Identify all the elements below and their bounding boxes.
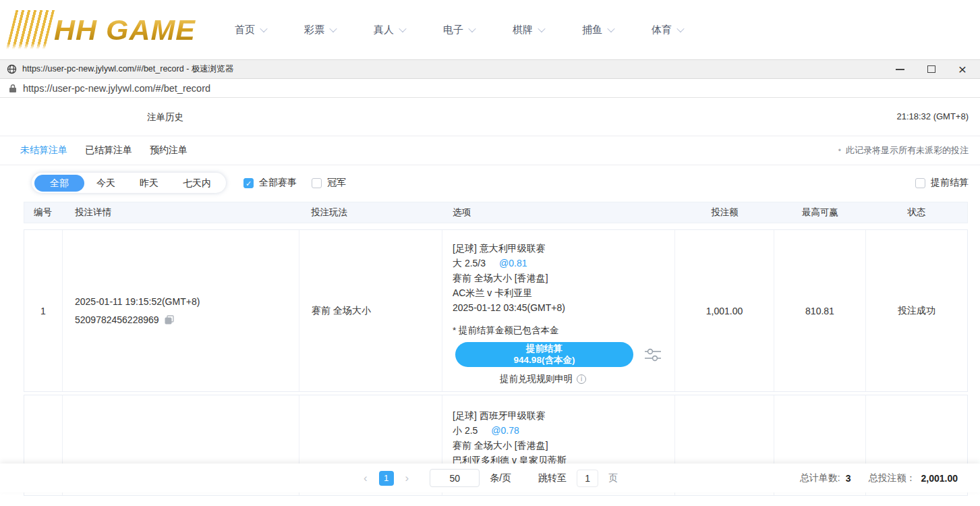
- server-clock: 21:18:32 (GMT+8): [896, 111, 969, 121]
- unsettled-note: •此记录将显示所有未派彩的投注: [838, 144, 969, 157]
- site-logo[interactable]: HH GAME: [11, 10, 196, 49]
- champion-label: 冠军: [327, 177, 346, 189]
- table-header: 编号 投注详情 投注玩法 选项 投注额 最高可赢 状态: [24, 202, 968, 223]
- tabs-row: 未结算注单 已结算注单 预约注单 •此记录将显示所有未派彩的投注: [0, 136, 980, 165]
- market: 赛前 全场大小 [香港盘]: [453, 438, 548, 453]
- early-settle-checkbox[interactable]: [915, 178, 925, 188]
- market: 赛前 全场大小 [香港盘]: [453, 271, 548, 285]
- nav-item-home[interactable]: 首页: [235, 24, 266, 36]
- tab-settled[interactable]: 已结算注单: [85, 144, 132, 157]
- bet-id: 5209782456228969: [75, 311, 159, 329]
- per-page-label: 条/页: [490, 472, 511, 484]
- selection: 小 2.5: [453, 425, 478, 436]
- cell-bet-details: 2025-01-11 19:15:52(GMT+8) 5209782456228…: [63, 230, 299, 391]
- jump-page-input[interactable]: [577, 470, 598, 487]
- nav-label: 真人: [374, 24, 394, 36]
- champion-checkbox[interactable]: [312, 178, 322, 188]
- copy-icon[interactable]: [164, 314, 175, 325]
- all-events-checkbox[interactable]: ✓: [243, 178, 254, 188]
- nav-item-live[interactable]: 真人: [374, 24, 405, 36]
- all-events-label: 全部赛事: [259, 177, 297, 189]
- page-head: 注单历史 21:18:32 (GMT+8): [0, 98, 980, 136]
- tab-reserved[interactable]: 预约注单: [150, 144, 188, 157]
- filter-row: 全部 今天 昨天 七天内 ✓ 全部赛事 冠军 提前结算: [0, 165, 980, 200]
- col-header-option: 选项: [442, 206, 675, 219]
- league: [足球] 西班牙甲级联赛: [453, 408, 546, 423]
- nav-label: 首页: [235, 24, 255, 36]
- date-filter-today[interactable]: 今天: [84, 175, 127, 191]
- page-number-button[interactable]: 1: [379, 471, 394, 486]
- col-header-status: 状态: [866, 206, 967, 219]
- cashout-button[interactable]: 提前结算 944.98(含本金): [455, 342, 633, 367]
- all-events-checkbox-wrap[interactable]: ✓ 全部赛事: [243, 177, 297, 189]
- nav-item-fishing[interactable]: 捕鱼: [582, 24, 614, 36]
- total-amount-label: 总投注额：: [869, 472, 916, 484]
- match-teams: AC米兰 v 卡利亚里: [453, 285, 532, 300]
- lock-icon: [9, 84, 17, 93]
- champion-checkbox-wrap[interactable]: 冠军: [312, 177, 346, 189]
- chevron-down-icon: [538, 25, 545, 32]
- screen: HH GAME 首页 彩票 真人 电子 棋牌 捕鱼 体育 https://use…: [0, 0, 980, 506]
- page-title: 注单历史: [147, 111, 183, 123]
- chevron-down-icon: [260, 25, 267, 32]
- bet-record-page: 注单历史 21:18:32 (GMT+8) 未结算注单 已结算注单 预约注单 •…: [0, 98, 980, 505]
- main-nav: 首页 彩票 真人 电子 棋牌 捕鱼 体育: [235, 24, 683, 36]
- nav-item-lottery[interactable]: 彩票: [304, 24, 336, 36]
- odds: @0.81: [499, 258, 527, 269]
- minimize-button[interactable]: [896, 69, 904, 70]
- close-button[interactable]: ×: [958, 65, 967, 74]
- chevron-down-icon: [676, 25, 684, 32]
- site-header: HH GAME 首页 彩票 真人 电子 棋牌 捕鱼 体育: [0, 0, 980, 59]
- prev-page-arrow[interactable]: ‹: [362, 472, 369, 485]
- selection: 大 2.5/3: [453, 258, 486, 269]
- total-count-label: 总计单数:: [800, 472, 840, 484]
- nav-label: 棋牌: [513, 24, 533, 36]
- cell-status: 投注成功: [866, 230, 967, 391]
- cell-bet-amount: 1,001.00: [675, 230, 774, 391]
- cell-play-type: 赛前 全场大小: [299, 230, 442, 391]
- note-text: 此记录将显示所有未派彩的投注: [846, 144, 969, 157]
- page-size-input[interactable]: [430, 469, 480, 487]
- bet-time: 2025-01-11 19:15:52(GMT+8): [75, 293, 299, 311]
- nav-item-cards[interactable]: 棋牌: [513, 24, 544, 36]
- date-filter-7days[interactable]: 七天内: [171, 175, 223, 191]
- table-row: 1 2025-01-11 19:15:52(GMT+8) 52097824562…: [24, 229, 968, 392]
- pagination: ‹ 1 › 条/页 跳转至 页: [362, 469, 618, 487]
- nav-item-slots[interactable]: 电子: [443, 24, 475, 36]
- chevron-down-icon: [329, 25, 337, 32]
- col-header-details: 投注详情: [63, 206, 299, 219]
- chevron-down-icon: [468, 25, 475, 32]
- nav-label: 捕鱼: [582, 24, 602, 36]
- nav-label: 电子: [443, 24, 463, 36]
- date-filter-all[interactable]: 全部: [34, 175, 84, 192]
- window-title: https://user-pc-new.jylywl.com/#/bet_rec…: [22, 63, 233, 75]
- cashout-rule-link[interactable]: 提前兑现规则申明 i: [453, 373, 633, 385]
- browser-urlbar[interactable]: https://user-pc-new.jylywl.com/#/bet_rec…: [0, 79, 980, 98]
- window-controls: ×: [896, 65, 967, 74]
- info-icon[interactable]: i: [577, 374, 586, 384]
- bet-table: 编号 投注详情 投注玩法 选项 投注额 最高可赢 状态 1 2025-01-11…: [24, 202, 968, 496]
- next-page-arrow[interactable]: ›: [404, 472, 411, 485]
- date-filter-yesterday[interactable]: 昨天: [127, 175, 171, 191]
- col-header-no: 编号: [24, 206, 63, 219]
- logo-text: HH GAME: [54, 13, 196, 47]
- league: [足球] 意大利甲级联赛: [453, 241, 546, 256]
- chevron-down-icon: [399, 25, 406, 32]
- sliders-icon[interactable]: [643, 347, 662, 363]
- maximize-button[interactable]: [927, 65, 935, 73]
- chevron-down-icon: [607, 25, 614, 32]
- match-time: 2025-01-12 03:45(GMT+8): [453, 300, 565, 315]
- cashout-button-amount: 944.98(含本金): [514, 355, 575, 366]
- nav-label: 体育: [652, 24, 672, 36]
- url-text: https://user-pc-new.jylywl.com/#/bet_rec…: [23, 83, 210, 94]
- col-header-amount: 投注额: [675, 206, 774, 219]
- logo-bars-decoration: [6, 10, 55, 49]
- date-filter-group: 全部 今天 昨天 七天内: [32, 173, 226, 193]
- nav-item-sports[interactable]: 体育: [652, 24, 683, 36]
- totals: 总计单数: 3 总投注额： 2,001.00: [800, 472, 958, 484]
- cashout-button-title: 提前结算: [526, 343, 563, 355]
- cashout-rule-text: 提前兑现规则申明: [500, 373, 573, 385]
- footer-bar: ‹ 1 › 条/页 跳转至 页 总计单数: 3 总投注额： 2,001.00: [0, 463, 980, 493]
- early-settle-checkbox-wrap[interactable]: 提前结算: [915, 177, 969, 189]
- tab-unsettled[interactable]: 未结算注单: [20, 144, 67, 157]
